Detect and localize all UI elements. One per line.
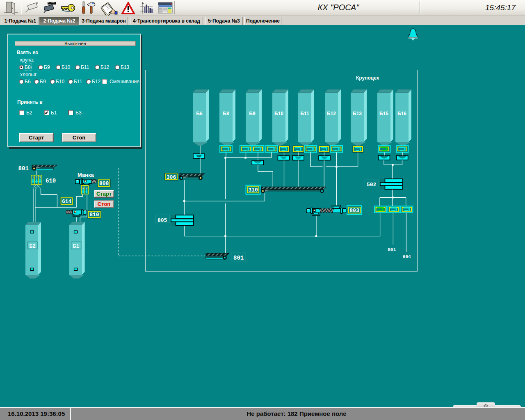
svg-text:Б1: Б1 xyxy=(73,243,80,249)
svg-text:Манка: Манка xyxy=(78,172,94,178)
svg-text:614: 614 xyxy=(62,199,72,205)
svg-text:801: 801 xyxy=(18,165,29,172)
svg-text:808: 808 xyxy=(99,180,109,187)
svg-text:610: 610 xyxy=(46,178,56,184)
svg-text:1: 1 xyxy=(32,176,34,179)
svg-text:810: 810 xyxy=(89,212,99,218)
svg-text:3: 3 xyxy=(39,176,41,179)
svg-text:Б2: Б2 xyxy=(29,243,36,249)
svg-text:2: 2 xyxy=(86,186,88,189)
svg-text:2: 2 xyxy=(36,176,38,179)
svg-text:1: 1 xyxy=(82,186,84,189)
